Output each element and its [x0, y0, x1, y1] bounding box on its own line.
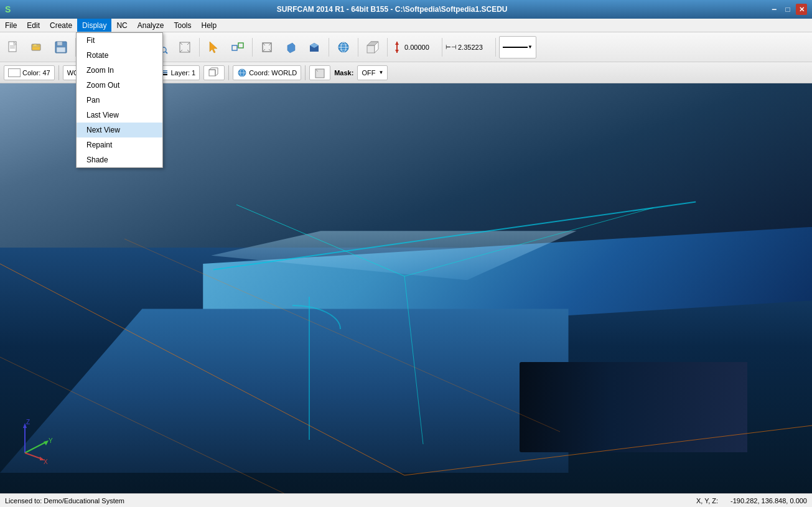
line-style-dropdown[interactable]: ▼ [499, 36, 536, 58]
menu-create[interactable]: Create [45, 19, 77, 32]
svg-marker-42 [395, 50, 399, 53]
layer-label: Layer: 1 [170, 69, 195, 77]
minimize-button[interactable]: − [768, 4, 780, 15]
sep8 [495, 38, 496, 57]
sep4 [329, 38, 329, 57]
wireframe-button[interactable] [256, 36, 278, 58]
window-title: SURFCAM 2014 R1 - 64bit B155 - C:\Softpe… [16, 5, 768, 14]
menu-fit[interactable]: Fit [77, 33, 162, 48]
svg-rect-51 [209, 70, 215, 76]
svg-text:Y: Y [49, 437, 53, 444]
svg-line-22 [180, 42, 182, 45]
shade-button[interactable] [279, 36, 302, 58]
sep6 [387, 38, 388, 57]
transform-button[interactable] [226, 36, 249, 58]
app: S SURFCAM 2014 R1 - 64bit B155 - C:\Soft… [0, 0, 812, 507]
svg-rect-7 [57, 47, 65, 52]
menu-edit[interactable]: Edit [22, 19, 45, 32]
svg-line-70 [25, 453, 42, 459]
mask-value: OFF [362, 69, 375, 77]
coord-selector[interactable]: Coord: WORLD [233, 65, 301, 80]
display-dropdown-menu: Fit Rotate Zoom In Zoom Out Pan Last Vie… [76, 32, 163, 168]
title-buttons: − □ ✕ [768, 4, 807, 15]
menu-analyze[interactable]: Analyze [133, 19, 169, 32]
save-button[interactable] [50, 36, 72, 58]
view-cube2[interactable] [309, 65, 330, 80]
svg-rect-26 [232, 45, 237, 50]
sep3 [252, 38, 253, 57]
maximize-button[interactable]: □ [782, 4, 793, 15]
menu-last-view[interactable]: Last View [77, 108, 162, 123]
menu-display[interactable]: Display [77, 19, 111, 32]
mask-label: Mask: [334, 69, 353, 77]
view-orient-button[interactable] [174, 36, 196, 58]
coord-label: Coord: WORLD [249, 69, 297, 77]
t2-sep1 [58, 65, 59, 80]
sep2 [199, 38, 200, 57]
svg-marker-41 [395, 42, 399, 45]
new-button[interactable] [2, 36, 25, 58]
svg-text:X: X [44, 458, 48, 465]
cube-icon[interactable] [362, 36, 384, 58]
d-value: 0.00000 [404, 44, 439, 51]
close-button[interactable]: ✕ [796, 4, 807, 15]
coord-prefix: X, Y, Z: [696, 497, 718, 505]
globe-button[interactable] [332, 36, 355, 58]
menu-bar: File Edit Create Display NC Analyze Tool… [0, 19, 812, 32]
menu-file[interactable]: File [0, 19, 22, 32]
mask-dropdown-icon[interactable]: ▼ [378, 70, 383, 75]
t2-sep3 [305, 65, 306, 80]
status-right: X, Y, Z: -190.282, 136.848, 0.000 [696, 497, 807, 505]
menu-rotate[interactable]: Rotate [77, 48, 162, 63]
menu-zoom-out[interactable]: Zoom Out [77, 78, 162, 93]
open-button[interactable] [26, 36, 49, 58]
svg-line-20 [166, 52, 167, 53]
coord-value: -190.282, 136.848, 0.000 [730, 497, 807, 505]
mask-selector[interactable]: OFF ▼ [357, 65, 388, 80]
title-bar: S SURFCAM 2014 R1 - 64bit B155 - C:\Soft… [0, 0, 812, 19]
s-value: 2.35223 [458, 44, 492, 51]
select-button[interactable] [203, 36, 225, 58]
sep5 [358, 38, 358, 57]
color-swatch [8, 68, 21, 77]
menu-repaint[interactable]: Repaint [77, 137, 162, 152]
color-selector[interactable]: Color: 47 [4, 65, 55, 80]
axis-indicator: Z Y X [12, 416, 62, 465]
svg-line-23 [187, 42, 190, 45]
color-label: Color: 47 [22, 69, 50, 77]
status-left: Licensed to: Demo/Educational System [5, 497, 684, 505]
view-cube[interactable] [203, 65, 225, 80]
menu-shade[interactable]: Shade [77, 152, 162, 167]
svg-rect-27 [238, 43, 243, 48]
svg-line-67 [25, 442, 47, 453]
depth-icon [391, 36, 403, 58]
status-bar: Licensed to: Demo/Educational System X, … [0, 493, 812, 507]
t2-sep2 [228, 65, 229, 80]
shade2-button[interactable] [303, 36, 325, 58]
menu-help[interactable]: Help [196, 19, 222, 32]
menu-zoom-in[interactable]: Zoom In [77, 63, 162, 78]
menu-tools[interactable]: Tools [169, 19, 196, 32]
svg-text:Z: Z [26, 419, 30, 426]
svg-line-24 [180, 50, 182, 52]
svg-rect-39 [367, 45, 375, 53]
menu-next-view[interactable]: Next View [77, 123, 162, 137]
menu-nc[interactable]: NC [111, 19, 132, 32]
scale-icon: ⊢⊣ [446, 44, 457, 50]
svg-rect-6 [57, 42, 62, 45]
menu-pan[interactable]: Pan [77, 93, 162, 108]
app-icon: S [5, 4, 11, 14]
sep7 [442, 38, 442, 57]
svg-line-25 [187, 50, 190, 52]
